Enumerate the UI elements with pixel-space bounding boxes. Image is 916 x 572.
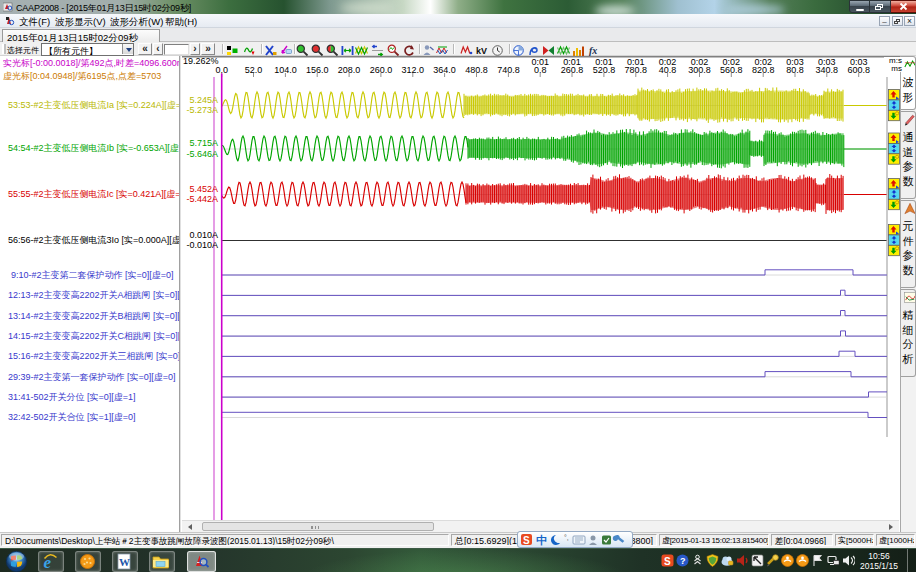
svg-text:S: S [523,535,530,546]
svg-text:?: ? [680,556,686,566]
svg-text:中: 中 [536,534,547,546]
svg-text:S: S [664,556,671,567]
svg-text:260.0: 260.0 [370,65,393,75]
svg-text:740.8: 740.8 [497,65,520,75]
svg-text:156.0: 156.0 [306,65,329,75]
svg-text:780.8: 780.8 [625,65,648,75]
svg-text:260.8: 260.8 [561,65,584,75]
svg-text:312.0: 312.0 [402,65,425,75]
svg-text:0.8: 0.8 [534,65,547,75]
svg-text:364.0: 364.0 [433,65,456,75]
svg-text:300.8: 300.8 [688,65,711,75]
svg-text:°,: °, [564,534,569,541]
svg-text:560.8: 560.8 [720,65,743,75]
svg-text:19.262%: 19.262% [183,56,219,66]
svg-text:600.8: 600.8 [847,65,870,75]
svg-text:52.0: 52.0 [245,65,263,75]
svg-text:kV: kV [476,45,487,55]
svg-text:fx: fx [589,45,597,56]
svg-text:104.0: 104.0 [274,65,297,75]
svg-text:W: W [119,556,130,568]
svg-text:820.8: 820.8 [752,65,775,75]
svg-text:340.8: 340.8 [816,65,839,75]
svg-text:520.8: 520.8 [593,65,616,75]
svg-text:80.8: 80.8 [786,65,804,75]
svg-text:40.8: 40.8 [659,65,677,75]
svg-text:208.0: 208.0 [338,65,361,75]
svg-text:480.8: 480.8 [465,65,488,75]
